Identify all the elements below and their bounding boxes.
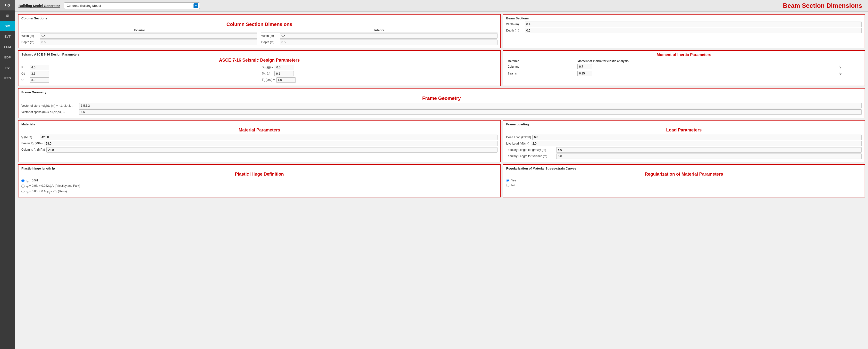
- ext-depth-row: Depth (m): [21, 39, 257, 45]
- trib-seis-row: Tributary Length for seismic (m): [506, 153, 862, 159]
- moment-card: Moment of Inertia Parameters Member Mome…: [503, 50, 865, 86]
- dead-label: Dead Load (kN/m²): [506, 136, 531, 139]
- regularization-card: Regularization of Material Stress-strain…: [503, 164, 865, 198]
- plastic-option2-row: lp = 0.08l + 0.022dbfy (Priestley and Pa…: [21, 184, 497, 188]
- sidebar-item-fem[interactable]: FEM: [0, 42, 15, 52]
- r-input[interactable]: [30, 65, 49, 70]
- trib-seis-input[interactable]: [556, 153, 862, 159]
- omega-row: Ω: [21, 77, 257, 83]
- cols-fc-input[interactable]: [46, 147, 497, 152]
- sd1-row: SD1(g) =: [262, 71, 497, 76]
- reg-no-radio[interactable]: [506, 184, 509, 187]
- int-width-input[interactable]: [280, 33, 497, 39]
- fy-input[interactable]: [40, 135, 497, 140]
- trib-grav-input[interactable]: [556, 147, 862, 152]
- sidebar-item-evt[interactable]: EVT: [0, 31, 15, 42]
- beam-depth-input[interactable]: [525, 28, 862, 33]
- row-1: Column Sections Column Section Dimension…: [18, 14, 865, 48]
- plastic-option3-radio[interactable]: [21, 190, 25, 193]
- ext-depth-input[interactable]: [40, 39, 257, 45]
- reg-yes-label: Yes: [511, 179, 516, 182]
- moment-beams-icon: Ig: [838, 70, 862, 77]
- sidebar-item-sim[interactable]: SIM: [0, 21, 15, 31]
- panel-area: Column Sections Column Section Dimension…: [15, 12, 868, 349]
- seismic-right: SDS(g) = SD1(g) = TL (sec) =: [262, 65, 497, 84]
- tl-label: TL (sec) =: [262, 78, 275, 82]
- ext-width-input[interactable]: [40, 33, 257, 39]
- plastic-option1-radio[interactable]: [21, 179, 25, 182]
- sds-input[interactable]: [275, 65, 294, 70]
- column-sections-title: Column Sections: [21, 16, 497, 20]
- dead-row: Dead Load (kN/m²): [506, 135, 862, 140]
- sidebar-item-gi[interactable]: GI: [0, 10, 15, 21]
- materials-red-label: Material Parameters: [21, 128, 497, 133]
- row-5: Plastic hinge length lp Plastic Hinge De…: [18, 164, 865, 198]
- omega-input[interactable]: [30, 77, 49, 83]
- frame-geo-red-label: Frame Geometry: [21, 96, 862, 101]
- beams-fc-label: Beams f'c (MPa): [21, 142, 42, 145]
- sds-row: SDS(g) =: [262, 65, 497, 70]
- loading-red-label: Load Parameters: [506, 128, 862, 133]
- cols-fc-row: Columns f'c (MPa): [21, 147, 497, 152]
- beam-depth-label: Depth (m): [506, 29, 523, 32]
- column-sections-grid: Exterior Width (m) Depth (m) Interior: [21, 29, 497, 46]
- plastic-option2-radio[interactable]: [21, 184, 25, 188]
- column-sections-card: Column Sections Column Section Dimension…: [18, 14, 501, 48]
- tl-row: TL (sec) =: [262, 77, 497, 83]
- beam-sections-title: Beam Sections: [506, 16, 862, 20]
- tl-input[interactable]: [276, 77, 296, 83]
- plastic-hinge-red-label: Plastic Hinge Definition: [21, 172, 497, 177]
- beam-section-top-label: Beam Section Dimensions: [783, 2, 865, 9]
- cd-row: Cd: [21, 71, 257, 76]
- cd-input[interactable]: [30, 71, 49, 76]
- frame-geometry-card: Frame Geometry Frame Geometry Vector of …: [18, 88, 865, 118]
- sds-label: SDS(g) =: [262, 66, 273, 69]
- sd1-label: SD1(g) =: [262, 72, 273, 76]
- r-label: R: [21, 66, 28, 69]
- exterior-col: Exterior Width (m) Depth (m): [21, 29, 257, 46]
- reg-no-label: No: [511, 184, 515, 187]
- seismic-inner: R Cd Ω: [21, 65, 497, 84]
- moment-columns-input[interactable]: [577, 64, 592, 69]
- top-bar: Building Model Generator Concrete Buildi…: [15, 0, 868, 12]
- sidebar-item-edp[interactable]: EDP: [0, 52, 15, 63]
- materials-card: Materials Material Parameters fy (MPa) B…: [18, 120, 501, 162]
- model-select[interactable]: Concrete Building Model: [64, 2, 200, 9]
- loading-title: Frame Loading: [506, 123, 862, 126]
- sidebar-item-uq[interactable]: UQ: [0, 0, 15, 10]
- int-depth-input[interactable]: [280, 39, 497, 45]
- exterior-header: Exterior: [21, 29, 257, 33]
- reg-yes-row: Yes: [506, 179, 862, 182]
- moment-beams-input[interactable]: [577, 71, 592, 76]
- plastic-hinge-title: Plastic hinge length lp: [21, 167, 497, 170]
- model-select-wrapper: Concrete Building Model ▼: [64, 2, 200, 9]
- plastic-option3-row: lp = 0.05l + 0.1dbfy / √f'c (Berry): [21, 190, 497, 194]
- span-input[interactable]: [79, 109, 862, 115]
- story-input[interactable]: [79, 103, 862, 108]
- main-content: Building Model Generator Concrete Buildi…: [15, 0, 868, 349]
- moment-table: Member Moment of inertia for elastic ana…: [506, 59, 862, 77]
- loading-card: Frame Loading Load Parameters Dead Load …: [503, 120, 865, 162]
- beam-width-input[interactable]: [525, 22, 862, 27]
- moment-beams-member: Beams: [506, 70, 576, 77]
- live-input[interactable]: [531, 141, 862, 146]
- sidebar-item-rv[interactable]: RV: [0, 63, 15, 73]
- moment-columns-icon: Ig: [838, 63, 862, 70]
- span-row: Vector of spans (m) = s1,s2,s3,....: [21, 109, 862, 115]
- reg-yes-radio[interactable]: [506, 179, 509, 182]
- column-section-dimensions-label: Column Section Dimensions: [21, 22, 497, 27]
- plastic-option1-label: lp = 0.5H: [27, 179, 38, 183]
- regularization-title: Regularization of Material Stress-strain…: [506, 167, 862, 170]
- fy-row: fy (MPa): [21, 135, 497, 140]
- sidebar-item-res[interactable]: RES: [0, 73, 15, 83]
- beams-fc-row: Beams f'c (MPa): [21, 141, 497, 146]
- story-label: Vector of story heights (m) = h1,h2,h3,.…: [21, 104, 77, 107]
- ext-width-row: Width (m): [21, 33, 257, 39]
- dead-input[interactable]: [532, 135, 862, 140]
- sd1-input[interactable]: [274, 71, 294, 76]
- beams-fc-input[interactable]: [44, 141, 497, 146]
- interior-col: Interior Width (m) Depth (m): [261, 29, 497, 46]
- ext-depth-label: Depth (m): [21, 40, 38, 44]
- seismic-title: Seismic ASCE 7-16 Design Parameters: [21, 53, 497, 56]
- materials-title: Materials: [21, 123, 497, 126]
